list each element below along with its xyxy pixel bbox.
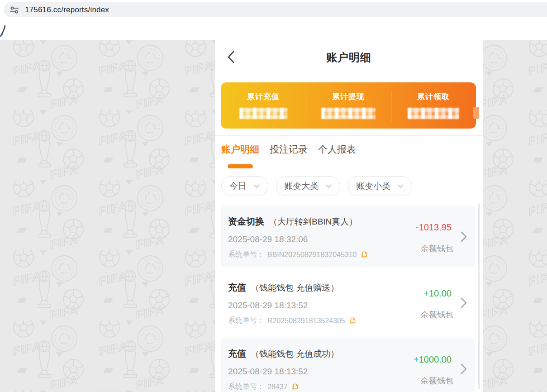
txn-wallet: 余额钱包 <box>421 375 453 386</box>
account-panel: 账户明细 累计充值 累计提现 累计领取 账户明细 投注记录 个人报表 <box>215 40 483 392</box>
transaction-row[interactable]: 充值 （钱能钱包 充值赠送） 2025-08-29 18:13:52 系统单号：… <box>221 272 475 334</box>
url-pill[interactable]: 175616.cc/reports/index <box>4 2 547 17</box>
browser-address-bar[interactable]: 175616.cc/reports/index <box>0 0 547 19</box>
stat-total-deposit: 累计充值 <box>221 82 306 129</box>
txn-type: 充值 <box>228 348 246 360</box>
txn-order-label: 系统单号： <box>228 250 264 259</box>
page-gutter <box>0 19 547 40</box>
stat-total-withdraw: 累计提现 <box>306 82 391 129</box>
txn-order-no: R202508291813524305 <box>267 317 345 325</box>
filter-date[interactable]: 今日 <box>221 176 268 196</box>
stats-section: 累计充值 累计提现 累计领取 <box>215 75 483 136</box>
filter-major-category-label: 账变大类 <box>284 180 319 192</box>
stat-label: 累计提现 <box>306 91 391 102</box>
panel-header: 账户明细 <box>215 40 483 75</box>
tab-bet-records[interactable]: 投注记录 <box>270 143 308 168</box>
transaction-row[interactable]: 充值 （钱能钱包 充值成功） 2025-08-29 18:13:52 系统单号：… <box>221 338 475 392</box>
stat-label: 累计领取 <box>391 91 476 102</box>
page-title: 账户明细 <box>326 50 371 65</box>
masked-stat-value <box>321 108 376 119</box>
url-text[interactable]: 175616.cc/reports/index <box>25 5 109 14</box>
chevron-down-icon <box>397 184 404 188</box>
transaction-list: 资金切换 （大厅转到BBIN真人） 2025-08-29 18:32:06 系统… <box>221 206 475 392</box>
stat-label: 累计充值 <box>221 91 306 102</box>
tab-bar: 账户明细 投注记录 个人报表 <box>221 143 483 168</box>
copy-icon[interactable] <box>348 317 356 325</box>
tune-icon <box>10 6 19 14</box>
txn-amount: +1000.00 <box>414 354 452 365</box>
chevron-right-icon[interactable] <box>460 363 467 375</box>
filter-bar: 今日 账变大类 账变小类 <box>221 176 483 196</box>
filter-major-category[interactable]: 账变大类 <box>276 176 340 196</box>
scrollbar[interactable] <box>478 204 480 389</box>
txn-detail: （钱能钱包 充值赠送） <box>251 282 339 294</box>
clipped-glyph <box>0 24 6 38</box>
txn-order-no: BBIN202508291832045310 <box>267 251 357 259</box>
txn-detail: （大厅转到BBIN真人） <box>269 216 357 228</box>
back-icon[interactable] <box>227 51 235 63</box>
txn-wallet: 余额钱包 <box>421 243 453 254</box>
chevron-down-icon <box>325 184 332 188</box>
masked-stat-value <box>239 108 287 119</box>
chevron-right-icon[interactable] <box>460 297 467 309</box>
tab-account-details[interactable]: 账户明细 <box>221 143 259 168</box>
stat-divider <box>306 91 306 122</box>
copy-icon[interactable] <box>291 383 299 391</box>
tab-personal-report[interactable]: 个人报表 <box>318 143 356 168</box>
filter-minor-category[interactable]: 账变小类 <box>348 176 412 196</box>
chevron-down-icon <box>253 184 260 188</box>
stat-divider <box>391 91 391 122</box>
txn-amount: -1013.95 <box>416 222 452 233</box>
stats-card: 累计充值 累计提现 累计领取 <box>221 82 476 129</box>
transaction-row[interactable]: 资金切换 （大厅转到BBIN真人） 2025-08-29 18:32:06 系统… <box>221 206 475 268</box>
chevron-right-icon[interactable] <box>460 231 467 243</box>
txn-amount: +10.00 <box>423 288 452 299</box>
txn-type: 资金切换 <box>228 215 264 228</box>
stat-total-claimed: 累计领取 <box>391 82 476 129</box>
txn-wallet: 余额钱包 <box>421 309 453 320</box>
txn-detail: （钱能钱包 充值成功） <box>251 348 339 360</box>
filter-date-label: 今日 <box>229 180 247 192</box>
masked-stat-value <box>408 108 459 119</box>
txn-order-label: 系统单号： <box>228 316 264 325</box>
txn-type: 充值 <box>228 282 246 294</box>
filter-minor-category-label: 账变小类 <box>356 180 390 192</box>
txn-order-no: 28437 <box>267 383 288 391</box>
copy-icon[interactable] <box>360 251 368 258</box>
txn-order-label: 系统单号： <box>228 382 264 392</box>
stats-scroll-handle[interactable] <box>473 107 479 119</box>
